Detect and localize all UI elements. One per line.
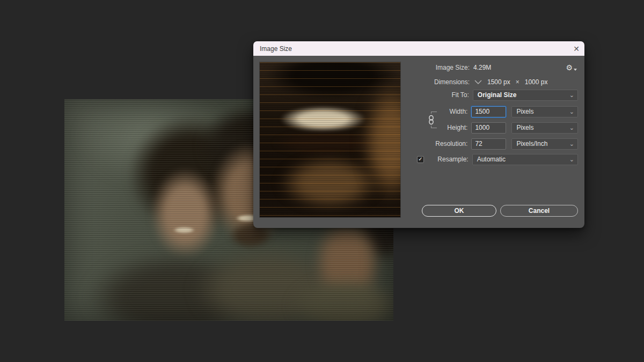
resample-checkbox[interactable]: ✓ [417,156,424,163]
chevron-down-icon: ⌄ [569,157,574,162]
resample-row: ✓ Resample: Automatic ⌄ [417,153,578,165]
image-size-value: 4.29M [473,64,491,71]
check-icon: ✓ [418,157,422,162]
resolution-row: Resolution: Pixels/Inch ⌄ [414,138,578,150]
height-unit-value: Pixels [516,124,533,131]
width-input[interactable] [471,106,506,117]
chevron-down-icon: ⌄ [569,141,574,147]
gear-dropdown-arrow-icon [574,69,577,71]
gear-icon: ⚙ [566,64,573,71]
dimensions-width-value: 1500 px [487,78,510,86]
width-unit-value: Pixels [516,108,533,115]
resolution-unit-select[interactable]: Pixels/Inch ⌄ [511,138,578,150]
dimensions-row: Dimensions: 1500 px × 1000 px [414,76,578,88]
resample-method-value: Automatic [477,156,506,163]
dialog-title: Image Size [253,45,568,53]
height-input[interactable] [471,122,506,134]
height-row: Height: Pixels ⌄ [414,122,578,134]
resample-label: Resample: [427,156,469,163]
image-size-dialog: Image Size ✕ Image Size: 4.29M ⚙ Dimensi… [253,41,584,228]
image-size-label: Image Size: [414,64,470,71]
fit-to-row: Fit To: Original Size ⌄ [414,89,578,101]
dimensions-height-value: 1000 px [525,78,548,86]
resample-method-select[interactable]: Automatic ⌄ [472,154,578,165]
close-icon[interactable]: ✕ [568,41,584,56]
photoshop-canvas: Image Size ✕ Image Size: 4.29M ⚙ Dimensi… [0,0,644,362]
height-unit-select[interactable]: Pixels ⌄ [511,122,578,134]
fit-to-label: Fit To: [414,91,469,99]
cancel-button[interactable]: Cancel [500,205,578,217]
chevron-down-icon: ⌄ [569,92,574,98]
chevron-down-icon: ⌄ [569,125,574,131]
image-size-row: Image Size: 4.29M ⚙ [414,62,578,73]
dimensions-label: Dimensions: [414,78,470,86]
image-size-options-button[interactable]: ⚙ [566,62,577,73]
width-unit-select[interactable]: Pixels ⌄ [511,106,578,117]
fit-to-value: Original Size [478,91,517,99]
height-label: Height: [414,124,467,131]
chevron-down-icon: ⌄ [569,109,574,115]
multiply-sign: × [516,78,519,86]
dimensions-unit-dropdown[interactable] [474,80,482,84]
width-label: Width: [414,108,467,115]
resolution-label: Resolution: [414,140,467,147]
preview-scanlines-overlay [260,62,400,217]
dialog-titlebar[interactable]: Image Size ✕ [253,41,584,56]
fit-to-select[interactable]: Original Size ⌄ [473,90,578,101]
resolution-unit-value: Pixels/Inch [516,140,547,147]
width-row: Width: Pixels ⌄ [414,106,578,117]
ok-button[interactable]: OK [422,205,496,217]
image-preview-pane[interactable] [259,62,401,218]
resolution-input[interactable] [471,138,506,150]
